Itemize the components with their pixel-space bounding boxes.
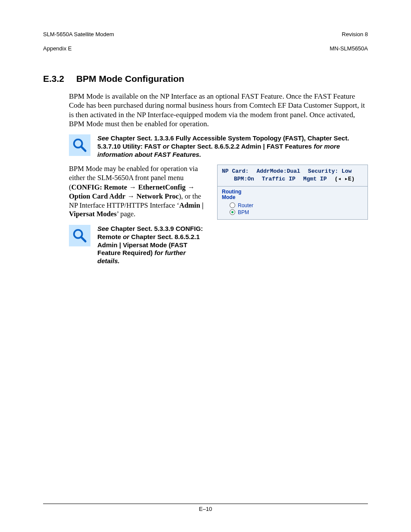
lcd-traffic-ip: Traffic IP — [262, 175, 296, 183]
lcd-addrmode: AddrMode:Dual — [256, 168, 300, 175]
note1-part2: Chapter Sect. 8.6.5.2.2 Admin | FAST Fea… — [169, 143, 314, 150]
radio-label-router: Router — [238, 202, 253, 208]
magnifier-icon — [69, 225, 90, 246]
section-title-text: BPM Mode Configuration — [76, 74, 184, 84]
section-number: E.3.2 — [43, 74, 64, 84]
header-left-line1: SLM-5650A Satellite Modem — [43, 31, 114, 37]
p2-arrow1: → — [186, 183, 195, 191]
header-right-line1: Revision 8 — [342, 31, 368, 37]
svg-line-1 — [81, 147, 86, 151]
see-note-fast-text: See Chapter Sect. 1.3.3.6 Fully Accessib… — [97, 134, 368, 159]
lcd-np-card: NP Card: — [222, 168, 249, 175]
legend-line2: Mode — [222, 194, 235, 200]
note2-see: See — [97, 225, 109, 232]
p2-arrow0: → — [127, 183, 138, 191]
radio-icon — [230, 209, 235, 215]
p2-path2: Option Card Addr — [69, 192, 125, 200]
routing-mode-option-bpm[interactable]: BPM — [230, 209, 363, 216]
header-left: SLM-5650A Satellite Modem Appendix E — [43, 24, 114, 52]
lcd-row-1: NP Card: AddrMode:Dual Security: Low — [222, 168, 363, 175]
header-right-line2: MN-SLM5650A — [330, 45, 368, 52]
enable-bpm-text-col: BPM Mode may be enabled for operation vi… — [69, 165, 207, 271]
p2-end: ’ page. — [117, 210, 136, 218]
see-note-fast: See Chapter Sect. 1.3.3.6 Fully Accessib… — [69, 134, 368, 159]
note2-or: or — [123, 233, 129, 240]
page-number: E–10 — [199, 506, 212, 512]
np-card-panel: NP Card: AddrMode:Dual Security: Low BPM… — [217, 165, 368, 219]
p2-path0: CONFIG: Remote — [72, 183, 128, 191]
enable-bpm-row: BPM Mode may be enabled for operation vi… — [69, 165, 368, 271]
lcd-security: Security: Low — [308, 168, 352, 175]
lcd-display: NP Card: AddrMode:Dual Security: Low BPM… — [218, 165, 367, 187]
magnifier-icon — [69, 134, 90, 156]
svg-line-3 — [81, 237, 86, 242]
page-footer: E–10 — [43, 504, 368, 512]
see-note-vipersat-text: See Chapter Sect. 5.3.3.9 CONFIG: Remote… — [97, 225, 207, 265]
p2-path1: EthernetConfig — [138, 183, 186, 191]
note1-see: See — [97, 134, 109, 142]
p2-path3: Network Proc — [137, 192, 179, 200]
lcd-nav-arrows: (◂ ▸E) — [334, 175, 355, 183]
header-left-line2: Appendix E — [43, 45, 72, 52]
note1-or: or — [163, 143, 169, 150]
radio-icon — [230, 202, 235, 208]
routing-mode-legend: Routing Mode — [222, 189, 363, 200]
p2-arrow2: → — [125, 192, 137, 200]
section-heading: E.3.2 BPM Mode Configuration — [43, 74, 368, 84]
lcd-row-2: BPM:On Traffic IP Mgmt IP (◂ ▸E) — [222, 175, 363, 183]
routing-mode-option-router[interactable]: Router — [230, 202, 363, 209]
radio-label-bpm: BPM — [238, 209, 249, 215]
paragraph-enable: BPM Mode may be enabled for operation vi… — [69, 165, 207, 219]
header-right: Revision 8 MN-SLM5650A — [330, 24, 368, 52]
running-header: SLM-5650A Satellite Modem Appendix E Rev… — [43, 24, 368, 52]
lcd-bpm: BPM:On — [234, 175, 254, 183]
routing-mode-group: Routing Mode Router BPM — [218, 187, 367, 219]
see-note-vipersat: See Chapter Sect. 5.3.3.9 CONFIG: Remote… — [69, 225, 207, 265]
lcd-mgmt-ip: Mgmt IP — [303, 175, 327, 183]
paragraph-intro: BPM Mode is available on the NP Interfac… — [69, 92, 368, 128]
